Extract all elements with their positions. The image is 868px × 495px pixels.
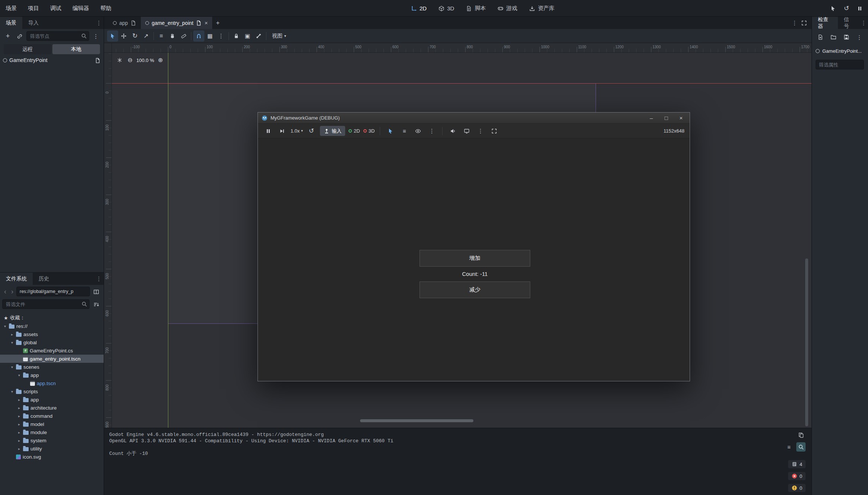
menu-editor[interactable]: 编辑器 <box>67 0 95 17</box>
decrease-button[interactable]: 减少 <box>420 281 530 298</box>
visibility-icon[interactable] <box>413 126 423 136</box>
expand-arrow-icon[interactable]: ▾ <box>17 373 21 377</box>
view-menu-button[interactable]: 视图 ▾ <box>268 33 290 39</box>
fs-item-global[interactable]: ▾ global <box>0 338 104 346</box>
new-resource-icon[interactable] <box>816 32 825 42</box>
expand-arrow-icon[interactable]: ▸ <box>17 414 21 418</box>
tab-inspector[interactable]: 检查器 <box>812 17 838 29</box>
fs-item-command[interactable]: ▸ command <box>0 412 104 420</box>
sort-files-icon[interactable] <box>91 299 101 309</box>
copy-output-icon[interactable] <box>796 430 806 440</box>
close-tab-icon[interactable]: × <box>204 20 208 26</box>
speed-dropdown[interactable]: 1.0x ▾ <box>291 128 303 134</box>
expand-arrow-icon[interactable]: ▸ <box>17 398 21 402</box>
tab-import[interactable]: 导入 <box>22 17 45 29</box>
fs-item-assets[interactable]: ▸ assets <box>0 330 104 338</box>
open-script-icon[interactable] <box>95 57 101 63</box>
menu-debug[interactable]: 调试 <box>45 0 67 17</box>
reset-speed-icon[interactable]: ↺ <box>306 126 317 136</box>
select-tool-icon[interactable] <box>107 30 118 42</box>
fs-item-GameEntryPoint.cs[interactable]: # GameEntryPoint.cs <box>0 346 104 355</box>
collapse-messages-icon[interactable]: ≡ <box>784 442 794 452</box>
error-counter[interactable]: 0 <box>788 472 806 480</box>
maximize-button[interactable]: □ <box>661 114 671 122</box>
more-options-icon[interactable]: ⋮ <box>475 126 486 136</box>
filter-properties-input[interactable] <box>816 60 864 69</box>
fs-item-scenes[interactable]: ▾ scenes <box>0 363 104 371</box>
game-window-titlebar[interactable]: MyGFrameworkGame (DEBUG) – □ × <box>258 113 690 124</box>
game-select-tool-icon[interactable] <box>385 126 396 136</box>
fs-item-system[interactable]: ▸ system <box>0 436 104 444</box>
fs-item-module[interactable]: ▸ module <box>0 428 104 436</box>
fullscreen-icon[interactable] <box>489 126 499 136</box>
expand-arrow-icon[interactable]: ▸ <box>17 422 21 426</box>
snap-options-tool-icon[interactable]: ⋮ <box>216 30 227 42</box>
expand-arrow-icon[interactable]: ▸ <box>10 332 14 336</box>
embed-options-icon[interactable] <box>461 126 472 136</box>
node-list-icon[interactable]: ≡ <box>399 126 409 136</box>
2d-camera-toggle[interactable]: 2D <box>349 128 360 134</box>
horizontal-scrollbar[interactable] <box>360 419 473 422</box>
scene-dock-menu-icon[interactable]: ⋮ <box>94 17 104 29</box>
expand-arrow-icon[interactable]: ▾ <box>10 365 14 369</box>
fs-item-res://[interactable]: ▾ res:// <box>0 322 104 330</box>
warning-counter[interactable]: 0 <box>788 484 806 492</box>
expand-arrow-icon[interactable]: ▾ <box>10 341 14 345</box>
fs-item-app.tscn[interactable]: app.tscn <box>0 379 104 387</box>
load-resource-icon[interactable] <box>829 32 838 42</box>
screen-2d[interactable]: 2D <box>407 3 431 13</box>
expand-arrow-icon[interactable]: ▸ <box>17 439 21 443</box>
menu-help[interactable]: 帮助 <box>95 0 117 17</box>
camera-options-icon[interactable]: ⋮ <box>427 126 437 136</box>
rotate-tool-icon[interactable]: ↻ <box>129 30 140 42</box>
tab-list-menu-icon[interactable]: ⋮ <box>792 20 797 26</box>
resource-options-icon[interactable]: ⋮ <box>855 32 864 42</box>
instantiate-scene-button[interactable] <box>14 31 25 41</box>
filter-files-input[interactable] <box>2 299 90 309</box>
scene-tree-root-node[interactable]: GameEntryPoint <box>0 55 104 65</box>
fs-item-model[interactable]: ▸ model <box>0 420 104 428</box>
group-tool-icon[interactable]: ▣ <box>242 30 253 42</box>
remote-button[interactable]: 远程 <box>4 44 51 54</box>
menu-scene[interactable]: 场景 <box>0 0 22 17</box>
scene-tab-game_entry_point[interactable]: game_entry_point × <box>141 17 212 29</box>
nav-back-icon[interactable]: ‹ <box>2 288 8 296</box>
zoom-out-icon[interactable]: ⊖ <box>126 56 134 64</box>
filter-nodes-input[interactable] <box>26 31 89 41</box>
screen-资产库[interactable]: 资产库 <box>525 3 558 14</box>
expand-arrow-icon[interactable]: ▸ <box>17 430 21 434</box>
vertical-scrollbar[interactable] <box>805 258 808 426</box>
tab-signals[interactable]: 信号 <box>838 17 859 29</box>
edited-object-row[interactable]: GameEntryPoint... <box>812 45 868 57</box>
expand-arrow-icon[interactable]: ▸ <box>17 406 21 410</box>
fs-item-app[interactable]: ▸ app <box>0 395 104 404</box>
filesystem-menu-icon[interactable]: ⋮ <box>94 273 104 285</box>
pan-tool-icon[interactable] <box>167 30 178 42</box>
save-resource-icon[interactable] <box>842 32 851 42</box>
move-tool-icon[interactable] <box>118 30 129 42</box>
fs-item-game_entry_point.tscn[interactable]: game_entry_point.tscn <box>0 355 104 363</box>
list-select-tool-icon[interactable]: ≡ <box>156 30 167 42</box>
update-spinner-icon[interactable] <box>116 56 124 64</box>
skeleton-tool-icon[interactable] <box>253 30 264 42</box>
tab-history[interactable]: 历史 <box>33 273 55 285</box>
nav-forward-icon[interactable]: › <box>9 288 15 296</box>
fs-item-utility[interactable]: ▸ utility <box>0 444 104 453</box>
tab-scene[interactable]: 场景 <box>0 17 22 29</box>
expand-viewport-icon[interactable] <box>801 20 807 26</box>
expand-arrow-icon[interactable]: ▾ <box>10 390 14 394</box>
pause-game-icon[interactable] <box>263 126 273 136</box>
new-scene-tab-button[interactable]: + <box>212 17 223 29</box>
fs-item-architecture[interactable]: ▸ architecture <box>0 404 104 412</box>
next-frame-icon[interactable] <box>277 126 287 136</box>
screen-游戏[interactable]: 游戏 <box>493 3 521 14</box>
inspector-menu-icon[interactable]: ⋮ <box>859 17 868 29</box>
lock-tool-icon[interactable] <box>231 30 242 42</box>
local-button[interactable]: 本地 <box>52 44 100 54</box>
fs-item-icon.svg[interactable]: icon.svg <box>0 453 104 461</box>
expand-arrow-icon[interactable]: ▾ <box>3 324 7 328</box>
message-counter[interactable]: 4 <box>788 460 806 468</box>
zoom-in-icon[interactable]: ⊕ <box>156 56 165 64</box>
tab-filesystem[interactable]: 文件系统 <box>0 273 33 285</box>
scene-tab-app[interactable]: app <box>108 17 141 29</box>
